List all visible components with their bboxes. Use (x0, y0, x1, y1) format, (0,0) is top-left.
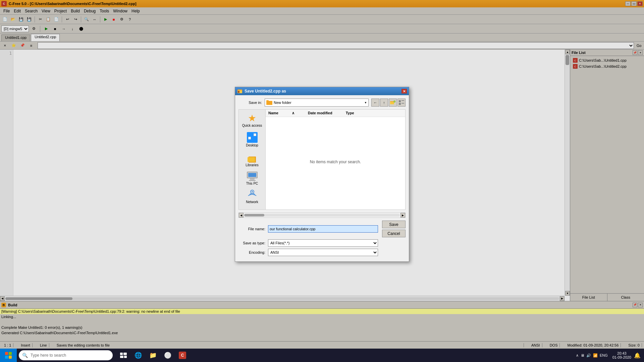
cancel-button[interactable]: Cancel (382, 230, 406, 237)
this-pc-label: This PC (246, 182, 258, 185)
taskbar-right: ∧ 🖥 🔊 📶 ENG 20:43 01-09-2020 🔔 (574, 351, 644, 359)
edge-icon[interactable]: 🌐 (131, 349, 145, 362)
col-date-modified: Date modified (308, 111, 332, 115)
save-in-input[interactable]: New folder ▼ (265, 99, 369, 107)
dialog-scroll-right[interactable]: ▶ (400, 213, 405, 218)
desktop-label: Desktop (246, 143, 258, 147)
save-in-dropdown-btn[interactable]: ▼ (364, 101, 367, 104)
taskbar: 🔍 Type here to search 🌐 📁 ⚪ C ∧ 🖥 🔊 📶 EN… (0, 349, 644, 362)
folder-icon (266, 100, 272, 105)
dialog-body: Save in: New folder ▼ ← ↑ (235, 95, 409, 261)
filename-row: File name: Save Cancel (238, 221, 406, 237)
dialog-nav-buttons: ← ↑ + (371, 99, 406, 107)
svg-text:+: + (394, 101, 395, 103)
svg-rect-14 (401, 103, 404, 104)
file-sidebar: ★ Quick access Desktop (238, 109, 265, 210)
cfree-taskbar-icon[interactable]: C (176, 349, 189, 362)
save-in-label: Save in: (238, 101, 262, 105)
file-content-header: Name ∧ Date modified Type (266, 110, 405, 117)
dialog-overlay: Save Untitled2.cpp as ✕ Save in: New fol… (0, 0, 644, 349)
dialog-title-bar: Save Untitled2.cpp as ✕ (235, 87, 409, 95)
file-browser: ★ Quick access Desktop (238, 109, 406, 210)
taskbar-search-box[interactable]: 🔍 Type here to search (19, 350, 113, 360)
taskbar-clock[interactable]: 20:43 01-09-2020 (612, 351, 631, 359)
svg-rect-13 (399, 103, 401, 105)
nav-back-btn[interactable]: ← (371, 99, 379, 107)
svg-rect-3 (124, 356, 127, 358)
taskbar-search-placeholder: Type here to search (31, 353, 66, 358)
search-icon: 🔍 (22, 353, 28, 358)
svg-rect-12 (401, 100, 404, 101)
this-pc-icon (247, 172, 258, 181)
save-button[interactable]: Save (382, 221, 406, 228)
start-button[interactable] (0, 349, 17, 362)
empty-message-text: No items match your search. (310, 160, 361, 164)
save-dialog: Save Untitled2.cpp as ✕ Save in: New fol… (235, 87, 409, 262)
chrome-icon[interactable]: ⚪ (161, 349, 174, 362)
file-content-area: Name ∧ Date modified Type No items match… (265, 109, 406, 210)
tray-wifi-icon: 📶 (593, 353, 598, 358)
quick-access-label: Quick access (242, 124, 262, 127)
save-as-type-select[interactable]: All Files(*.*) C++ Source Files(*.cpp) C… (268, 239, 378, 247)
file-empty-message: No items match your search. (266, 117, 405, 207)
task-view-btn[interactable] (117, 349, 130, 362)
encoding-label: Encoding: (238, 250, 265, 254)
svg-rect-11 (399, 100, 401, 102)
col-type: Type (346, 111, 354, 115)
libraries-icon (247, 152, 258, 163)
sidebar-libraries[interactable]: Libraries (240, 150, 264, 168)
dialog-title-icon (237, 88, 243, 94)
language-indicator: ENG (600, 353, 608, 357)
svg-rect-0 (120, 353, 123, 355)
sidebar-desktop[interactable]: Desktop (240, 131, 264, 148)
nav-create-folder-btn[interactable]: + (389, 99, 397, 107)
clock-date: 01-09-2020 (612, 355, 631, 359)
tray-monitor-icon: 🖥 (581, 353, 584, 357)
notification-btn[interactable]: 🔔 (634, 352, 641, 359)
save-in-value: New folder (274, 101, 291, 105)
clock-time: 20:43 (612, 351, 631, 355)
encoding-select[interactable]: ANSI UTF-8 UTF-16 (268, 249, 378, 256)
svg-rect-1 (123, 353, 127, 355)
sidebar-this-pc[interactable]: This PC (240, 170, 264, 187)
col-name: Name (268, 111, 278, 115)
svg-rect-2 (120, 356, 123, 358)
quick-access-icon: ★ (248, 114, 256, 123)
col-sort-arrow: ∧ (292, 111, 294, 115)
encoding-row: Encoding: ANSI UTF-8 UTF-16 (238, 249, 406, 256)
svg-rect-6 (238, 91, 239, 93)
network-icon (247, 190, 258, 199)
dialog-scroll-track (244, 214, 400, 217)
dialog-fields: File name: Save Cancel Save as type: All… (238, 221, 406, 256)
dialog-hscrollbar[interactable]: ◀ ▶ (238, 213, 406, 218)
sidebar-quick-access[interactable]: ★ Quick access (240, 112, 264, 129)
dialog-save-cancel: Save Cancel (382, 221, 406, 237)
nav-view-btn[interactable] (397, 99, 406, 107)
dialog-scroll-left[interactable]: ◀ (239, 213, 244, 218)
explorer-icon[interactable]: 📁 (146, 349, 160, 362)
taskbar-icon-area: 🌐 📁 ⚪ C (117, 349, 189, 362)
system-tray: ∧ 🖥 🔊 📶 ENG (574, 353, 610, 358)
dialog-close-button[interactable]: ✕ (401, 89, 407, 94)
network-label: Network (246, 200, 258, 204)
sidebar-network[interactable]: Network (240, 189, 264, 205)
tray-arrow-icon[interactable]: ∧ (576, 353, 579, 358)
cfree-taskbar-logo: C (179, 352, 186, 359)
libraries-label: Libraries (246, 163, 258, 167)
dialog-title-text: Save Untitled2.cpp as (245, 89, 286, 94)
svg-point-16 (252, 191, 253, 192)
save-in-row: Save in: New folder ▼ ← ↑ (238, 99, 406, 107)
save-as-type-row: Save as type: All Files(*.*) C++ Source … (238, 239, 406, 247)
filename-input[interactable] (268, 225, 378, 233)
save-as-type-label: Save as type: (238, 241, 265, 245)
windows-logo (5, 352, 12, 359)
tray-speaker-icon[interactable]: 🔊 (586, 353, 591, 358)
nav-up-btn[interactable]: ↑ (380, 99, 388, 107)
desktop-icon (247, 132, 258, 143)
filename-label: File name: (238, 227, 265, 231)
dialog-scroll-thumb (244, 214, 264, 217)
